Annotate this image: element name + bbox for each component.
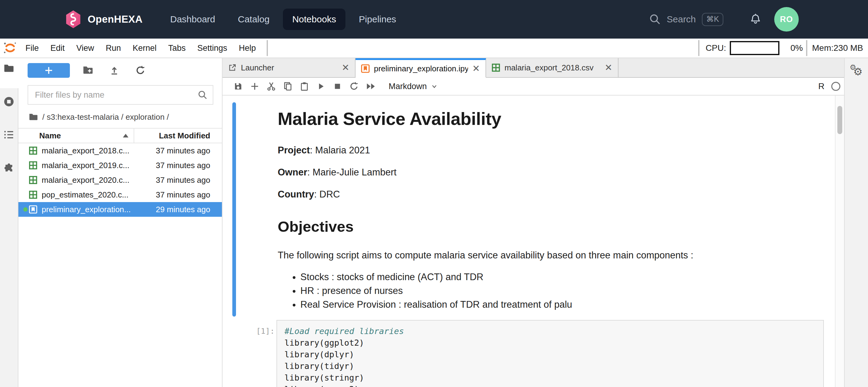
breadcrumb: / s3:hexa-test-malaria / exploration / — [29, 111, 222, 122]
notifications-button[interactable] — [749, 13, 762, 26]
nav-dashboard[interactable]: Dashboard — [161, 8, 224, 30]
brand-name: OpenHEXA — [88, 13, 143, 25]
notebook-icon — [361, 64, 370, 73]
close-icon[interactable]: ✕ — [342, 63, 349, 72]
menu-run[interactable]: Run — [100, 39, 127, 58]
dock-tab-bar: Launcher ✕ preliminary_exploration.ipynb… — [222, 58, 844, 78]
file-modified: 29 minutes ago — [156, 205, 222, 214]
meta-label: Owner — [278, 167, 307, 178]
csv-icon — [492, 63, 500, 72]
stop-icon — [334, 82, 341, 90]
filter-search-icon — [198, 90, 207, 100]
refresh-icon — [135, 66, 145, 75]
scrollbar-thumb[interactable] — [837, 106, 842, 134]
restart-kernel-button[interactable] — [346, 82, 362, 91]
markdown-cell[interactable]: Malaria Service Availability Project: Ma… — [243, 108, 824, 311]
jupyter-menubar: File Edit View Run Kernel Tabs Settings … — [0, 39, 868, 58]
nav-notebooks[interactable]: Notebooks — [283, 8, 345, 30]
column-header-modified[interactable]: Last Modified — [134, 131, 222, 141]
file-name: pop_estimates_2020.c... — [42, 190, 156, 200]
file-row[interactable]: malaria_export_2020.c... 37 minutes ago — [19, 173, 222, 187]
run-button[interactable] — [313, 82, 329, 91]
code-cell[interactable]: [1]: #Load required libraries library(gg… — [243, 320, 824, 387]
menu-edit[interactable]: Edit — [45, 39, 71, 58]
sidebar-tab-running[interactable] — [0, 96, 18, 107]
memory-usage: Mem:230 MB — [812, 43, 863, 53]
global-search[interactable]: Search ⌘K — [649, 13, 723, 26]
menu-file[interactable]: File — [20, 39, 45, 58]
search-label: Search — [666, 14, 696, 25]
close-icon[interactable]: ✕ — [472, 64, 480, 73]
file-row-selected[interactable]: preliminary_exploration... 29 minutes ag… — [19, 202, 222, 217]
refresh-button[interactable] — [135, 66, 145, 75]
right-sidebar-strip: ⚙⚙ — [844, 58, 868, 387]
file-row[interactable]: malaria_export_2018.c... 37 minutes ago — [19, 143, 222, 158]
interrupt-button[interactable] — [329, 82, 346, 90]
vertical-scrollbar[interactable] — [835, 96, 844, 387]
menu-view[interactable]: View — [70, 39, 100, 58]
code-line: library(ggplot2) — [284, 337, 816, 349]
list-item: Real Service Provision : realisation of … — [300, 297, 824, 311]
tab-launcher[interactable]: Launcher ✕ — [222, 58, 355, 77]
kernel-idle-circle-icon[interactable] — [831, 81, 841, 92]
nav-catalog[interactable]: Catalog — [229, 8, 279, 30]
breadcrumb-path[interactable]: / s3:hexa-test-malaria / exploration / — [42, 112, 169, 122]
file-filter — [28, 85, 213, 105]
meta-value: : Marie-Julie Lambert — [307, 167, 396, 178]
nav-pipelines[interactable]: Pipelines — [350, 8, 405, 30]
tab-csv[interactable]: malaria_export_2018.csv ✕ — [486, 58, 619, 77]
copy-button[interactable] — [280, 82, 296, 91]
upload-button[interactable] — [110, 66, 119, 75]
extensions-icon — [4, 163, 14, 173]
user-avatar[interactable]: RO — [774, 7, 799, 32]
restart-run-all-button[interactable] — [362, 83, 379, 90]
csv-icon — [29, 176, 37, 184]
kernel-status: R — [818, 81, 844, 92]
chevron-down-icon — [431, 83, 438, 90]
meta-country: Country: DRC — [278, 188, 824, 200]
new-folder-button[interactable] — [83, 66, 93, 75]
list-item: HR : presence of nurses — [300, 284, 824, 297]
menu-tabs[interactable]: Tabs — [162, 39, 192, 58]
column-header-name[interactable]: Name — [19, 129, 134, 143]
bell-icon — [749, 13, 762, 26]
save-button[interactable] — [230, 82, 246, 91]
top-navigation: Dashboard Catalog Notebooks Pipelines — [161, 8, 405, 30]
close-icon[interactable]: ✕ — [605, 63, 612, 72]
new-launcher-button[interactable] — [28, 63, 70, 78]
jupyter-logo-icon — [3, 41, 17, 55]
cell-type-dropdown[interactable]: Markdown — [389, 82, 438, 91]
cpu-label: CPU: — [706, 43, 726, 53]
tab-notebook-active[interactable]: preliminary_exploration.ipynb ✕ — [355, 58, 486, 78]
cut-icon — [267, 82, 276, 91]
file-row[interactable]: pop_estimates_2020.c... 37 minutes ago — [19, 187, 222, 202]
property-inspector-button[interactable]: ⚙⚙ — [849, 66, 863, 79]
add-cell-button[interactable] — [246, 82, 263, 91]
code-line: library(dplyr) — [284, 349, 816, 360]
file-modified: 37 minutes ago — [156, 190, 222, 200]
topbar: OpenHEXA Dashboard Catalog Notebooks Pip… — [0, 0, 868, 39]
meta-value: : Malaria 2021 — [310, 145, 370, 155]
restart-icon — [349, 82, 359, 91]
kernel-name[interactable]: R — [818, 81, 825, 91]
sidebar-tab-extensions[interactable] — [0, 163, 18, 173]
paste-button[interactable] — [296, 82, 313, 91]
sidebar-tab-files[interactable] — [0, 64, 18, 73]
menu-settings[interactable]: Settings — [192, 39, 233, 58]
meta-label: Country — [278, 189, 314, 200]
code-editor[interactable]: #Load required libraries library(ggplot2… — [276, 320, 824, 387]
menu-kernel[interactable]: Kernel — [127, 39, 162, 58]
cell-type-value: Markdown — [389, 82, 427, 91]
meta-label: Project — [278, 145, 310, 155]
active-sidebar-tab-bg — [0, 58, 19, 88]
file-filter-input[interactable] — [34, 90, 198, 100]
menu-items: File Edit View Run Kernel Tabs Settings … — [20, 39, 262, 58]
file-modified: 37 minutes ago — [156, 175, 222, 185]
cut-button[interactable] — [263, 82, 280, 91]
file-row[interactable]: malaria_export_2019.c... 37 minutes ago — [19, 158, 222, 173]
running-kernel-dot — [23, 207, 28, 212]
menu-help[interactable]: Help — [233, 39, 262, 58]
file-list: malaria_export_2018.c... 37 minutes ago … — [19, 143, 222, 217]
openhexa-brand[interactable]: OpenHEXA — [65, 10, 143, 29]
sidebar-tab-toc[interactable] — [0, 131, 18, 139]
